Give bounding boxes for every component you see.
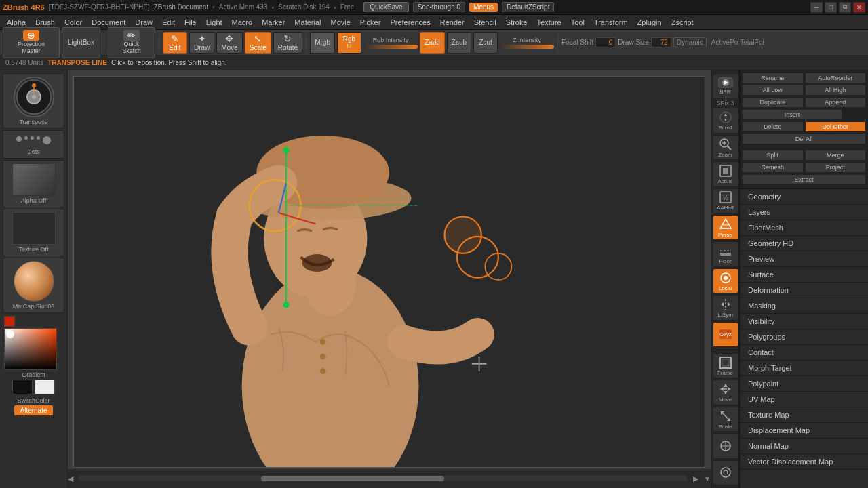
menu-stroke[interactable]: Stroke	[502, 17, 532, 28]
rmenu-contact[interactable]: Contact	[740, 345, 868, 361]
texture-widget[interactable]: Texture Off	[3, 209, 64, 256]
duplicate-button[interactable]: Duplicate	[742, 97, 804, 108]
rmenu-masking[interactable]: Masking	[740, 298, 868, 314]
menu-file[interactable]: File	[180, 17, 201, 28]
menus-button[interactable]: Menus	[469, 3, 498, 12]
rmenu-visibility[interactable]: Visibility	[740, 314, 868, 329]
insert-button[interactable]: Insert	[742, 109, 842, 120]
rmenu-fibermesh[interactable]: FiberMesh	[740, 220, 868, 236]
append-button[interactable]: Append	[805, 97, 867, 108]
menu-draw[interactable]: Draw	[131, 17, 157, 28]
menu-edit[interactable]: Edit	[158, 17, 179, 28]
remesh-button[interactable]: Remesh	[742, 162, 804, 173]
menu-preferences[interactable]: Preferences	[386, 17, 434, 28]
menu-material[interactable]: Material	[290, 17, 325, 28]
menu-zscript[interactable]: Zscript	[667, 17, 698, 28]
scale-icon-button[interactable]: Scale	[713, 407, 738, 432]
rmenu-displacement-map[interactable]: Displacement Map	[740, 423, 868, 439]
rmenu-deformation[interactable]: Deformation	[740, 283, 868, 298]
black-swatch[interactable]	[12, 380, 33, 394]
scroll-thumb[interactable]	[261, 476, 443, 481]
menu-marker[interactable]: Marker	[258, 17, 289, 28]
close-button[interactable]: ✕	[853, 2, 865, 13]
all-high-button[interactable]: All High	[805, 85, 867, 96]
move-button[interactable]: ✥ Move	[216, 32, 242, 54]
edit-button[interactable]: ✎ Edit	[163, 32, 187, 54]
menu-document[interactable]: Document	[87, 17, 130, 28]
menu-alpha[interactable]: Alpha	[3, 17, 30, 28]
menu-transform[interactable]: Transform	[590, 17, 632, 28]
menu-render[interactable]: Render	[436, 17, 469, 28]
matcap-widget[interactable]: MatCap Skin06	[3, 258, 64, 313]
rmenu-preview[interactable]: Preview	[740, 251, 868, 267]
draw-size-value[interactable]: 72	[651, 37, 671, 47]
maximize-button[interactable]: □	[825, 2, 837, 13]
white-swatch[interactable]	[35, 380, 55, 394]
menu-zplugin[interactable]: Zplugin	[633, 17, 666, 28]
rmenu-surface[interactable]: Surface	[740, 267, 868, 283]
zoom-button[interactable]: Zoom	[713, 135, 738, 160]
lsym-button[interactable]: L.Sym	[713, 295, 738, 320]
local-button[interactable]: Local	[713, 268, 738, 293]
rmenu-vector-displacement-map[interactable]: Vector Displacement Map	[740, 454, 868, 470]
rmenu-normal-map[interactable]: Normal Map	[740, 439, 868, 454]
alternate-button[interactable]: Alternate	[14, 405, 52, 415]
menu-tool[interactable]: Tool	[567, 17, 589, 28]
delete-button[interactable]: Delete	[742, 121, 804, 132]
mrgb-button[interactable]: Mrgb	[310, 32, 335, 54]
foreground-color-swatch[interactable]	[4, 316, 15, 327]
floor-button[interactable]: Floor	[713, 241, 738, 266]
all-low-button[interactable]: All Low	[742, 85, 804, 96]
bpr-button[interactable]: BPR	[713, 73, 738, 98]
zadd-button[interactable]: Zadd	[420, 32, 445, 54]
del-all-button[interactable]: Del All	[742, 134, 866, 144]
rmenu-geometry-hd[interactable]: Geometry HD	[740, 236, 868, 251]
scroll-bar[interactable]: ◀ ▶ ▼	[68, 469, 711, 488]
dynamic-label[interactable]: Dynamic	[673, 37, 707, 47]
persp-button[interactable]: Persp	[713, 215, 738, 240]
scroll-down-arrow[interactable]: ▼	[704, 475, 711, 483]
rmenu-geometry[interactable]: Geometry	[740, 189, 868, 205]
rotate-button[interactable]: ↻ Rotate	[273, 32, 302, 54]
menu-light[interactable]: Light	[202, 17, 226, 28]
split-button[interactable]: Split	[742, 150, 804, 161]
restore-button[interactable]: ⧉	[839, 2, 851, 13]
menu-picker[interactable]: Picker	[356, 17, 385, 28]
rmenu-morph-target[interactable]: Morph Target	[740, 361, 868, 376]
zsub-button[interactable]: Zsub	[447, 32, 471, 54]
viewport[interactable]	[73, 76, 705, 468]
menu-movie[interactable]: Movie	[326, 17, 354, 28]
transpose-widget[interactable]: Transpose	[3, 73, 64, 129]
move-icon-button[interactable]: Move	[713, 380, 738, 405]
focal-shift-value[interactable]: 0	[595, 37, 616, 47]
extra-icon-2[interactable]	[713, 460, 738, 485]
menu-macro[interactable]: Macro	[228, 17, 257, 28]
rgb-button[interactable]: Rgb M	[337, 32, 361, 54]
scale-button[interactable]: ⤡ Scale	[245, 32, 271, 54]
see-through-button[interactable]: See-through 0	[413, 2, 465, 12]
switch-color-label[interactable]: SwitchColor	[17, 397, 50, 404]
projection-master-button[interactable]: ⊕ ProjectionMaster	[3, 27, 60, 58]
menu-texture[interactable]: Texture	[533, 17, 566, 28]
rmenu-uv-map[interactable]: UV Map	[740, 392, 868, 407]
canvas-area[interactable]: ◀ ▶ ▼	[68, 70, 711, 488]
rmenu-polygroups[interactable]: Polygroups	[740, 329, 868, 345]
menu-stencil[interactable]: Stencil	[470, 17, 500, 28]
frame-button[interactable]: Frame	[713, 353, 738, 378]
minimize-button[interactable]: ─	[810, 2, 823, 13]
color-picker[interactable]	[4, 328, 57, 370]
quick-sketch-button[interactable]: ✏ QuickSketch	[108, 27, 155, 58]
auto-reorder-button[interactable]: AutoReorder	[805, 73, 867, 83]
extract-button[interactable]: Extract	[742, 174, 866, 185]
scroll-button[interactable]: Scroll	[713, 108, 738, 133]
del-other-button[interactable]: Del Other	[805, 121, 867, 132]
menu-brush[interactable]: Brush	[31, 17, 59, 28]
gxyz-button[interactable]: Gxyz	[713, 322, 738, 347]
actual-button[interactable]: Actual	[713, 161, 738, 186]
scroll-right-arrow[interactable]: ▶	[693, 474, 698, 483]
zcut-button[interactable]: Zcut	[473, 32, 498, 54]
rename-button[interactable]: Rename	[742, 73, 804, 83]
rmenu-layers[interactable]: Layers	[740, 205, 868, 220]
aahalf-button[interactable]: ½ AAHalf	[713, 188, 738, 214]
menu-color[interactable]: Color	[60, 17, 86, 28]
